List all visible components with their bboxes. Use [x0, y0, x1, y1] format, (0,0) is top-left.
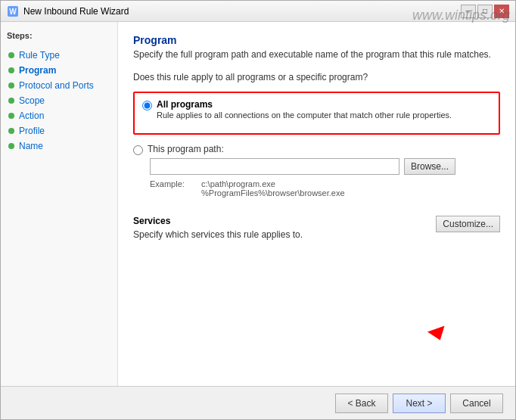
- all-programs-option-box: All programs Rule applies to all connect…: [133, 92, 500, 135]
- bottom-bar: < Back Next > Cancel: [1, 386, 515, 419]
- browse-button[interactable]: Browse...: [404, 158, 455, 175]
- sidebar-item-profile[interactable]: Profile: [7, 123, 111, 138]
- step-dot: [8, 143, 14, 149]
- sidebar-item-scope[interactable]: Scope: [7, 93, 111, 108]
- page-title: Program: [133, 34, 500, 46]
- example-text: Example: c:\path\program.exe %ProgramFil…: [133, 179, 500, 198]
- svg-text:W: W: [9, 8, 17, 16]
- sidebar-item-label: Protocol and Ports: [19, 80, 94, 91]
- customize-button[interactable]: Customize...: [436, 216, 500, 232]
- arrow-indicator: [427, 325, 449, 343]
- sidebar: Steps: Rule Type Program Protocol and Po…: [1, 22, 118, 386]
- all-programs-radio[interactable]: [142, 101, 152, 110]
- sidebar-item-protocol-ports[interactable]: Protocol and Ports: [7, 78, 111, 93]
- program-path-radio[interactable]: [133, 145, 143, 155]
- program-path-input[interactable]: [150, 158, 399, 175]
- program-path-input-row: Browse...: [133, 158, 500, 175]
- minimize-button[interactable]: ─: [461, 5, 476, 18]
- sidebar-item-label: Program: [19, 65, 56, 76]
- steps-label: Steps:: [7, 31, 111, 40]
- wizard-icon: W: [7, 5, 19, 17]
- sidebar-item-name[interactable]: Name: [7, 138, 111, 154]
- page-subtitle: Specify the full program path and execut…: [133, 49, 500, 60]
- services-title: Services: [133, 216, 303, 226]
- sidebar-item-rule-type[interactable]: Rule Type: [7, 48, 111, 63]
- sidebar-item-label: Name: [19, 141, 43, 151]
- sidebar-item-program[interactable]: Program: [7, 63, 111, 78]
- services-section: Services Specify which services this rul…: [133, 216, 500, 240]
- window-title: New Inbound Rule Wizard: [23, 6, 129, 17]
- program-path-option-row: This program path:: [133, 144, 500, 155]
- sidebar-item-label: Scope: [19, 95, 45, 106]
- cancel-button[interactable]: Cancel: [450, 394, 503, 413]
- title-bar: W New Inbound Rule Wizard ─ □ ✕: [1, 1, 515, 22]
- next-button[interactable]: Next >: [393, 394, 446, 413]
- all-programs-desc: Rule applies to all connections on the c…: [157, 110, 452, 120]
- services-desc: Specify which services this rule applies…: [133, 229, 303, 240]
- back-button[interactable]: < Back: [335, 394, 388, 413]
- sidebar-item-action[interactable]: Action: [7, 108, 111, 123]
- all-programs-label: All programs: [157, 99, 452, 110]
- example-label: Example:: [150, 179, 199, 188]
- step-dot: [8, 52, 14, 58]
- close-button[interactable]: ✕: [494, 5, 509, 18]
- maximize-button[interactable]: □: [477, 5, 493, 18]
- program-path-label: This program path:: [148, 144, 224, 154]
- example-line1: c:\path\program.exe: [201, 179, 275, 188]
- step-dot: [8, 113, 14, 119]
- example-line2: %ProgramFiles%\browser\browser.exe: [201, 188, 345, 198]
- window-controls: ─ □ ✕: [461, 5, 509, 18]
- question-text: Does this rule apply to all programs or …: [133, 72, 500, 82]
- all-programs-row: All programs Rule applies to all connect…: [142, 99, 491, 120]
- sidebar-item-label: Profile: [19, 126, 45, 136]
- sidebar-item-label: Action: [19, 110, 44, 121]
- step-dot: [8, 128, 14, 134]
- services-row: Services Specify which services this rul…: [133, 216, 500, 240]
- step-dot: [8, 82, 14, 89]
- main-panel: Program Specify the full program path an…: [118, 22, 515, 386]
- step-dot: [8, 98, 14, 104]
- sidebar-item-label: Rule Type: [19, 50, 60, 61]
- step-dot: [8, 67, 14, 73]
